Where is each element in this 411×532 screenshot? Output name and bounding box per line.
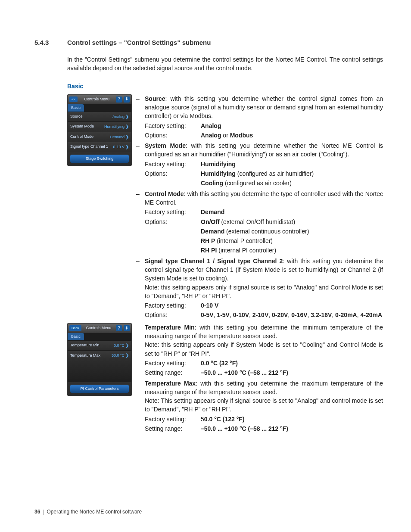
footer-text: Operating the Nortec ME control software (47, 509, 142, 515)
stage-switching-button[interactable]: Stage Switching (70, 155, 129, 163)
screenshot-controls-menu-basic: << Controls Menu ? ⬇ Basic SourceAnalog❯… (67, 94, 132, 166)
basic-subheading: Basic (67, 82, 383, 90)
source-options: Analog or Modbus (201, 131, 383, 140)
row-control-mode[interactable]: Control ModeDemand❯ (68, 132, 131, 142)
item-control-mode: – Control Mode: with this setting you de… (136, 190, 383, 255)
section-heading: 5.4.3Control settings – "Control Setting… (34, 38, 383, 47)
item-temperature-min: – Temperature Min: with this setting you… (136, 323, 383, 377)
pi-control-parameters-button[interactable]: PI Control Parameters (70, 385, 129, 393)
screen-title: Controls Menu (79, 97, 114, 102)
item-source: – Source: with this setting you determin… (136, 94, 383, 140)
tab-basic[interactable]: Basic (68, 333, 84, 340)
row-signal-type[interactable]: Signal type Channel 10-10 V❯ (68, 142, 131, 152)
section-number: 5.4.3 (34, 38, 67, 47)
row-temperature-max[interactable]: Temperature Max50.0 °C❯ (68, 350, 131, 361)
screen-title: Controls Menu (83, 326, 114, 330)
help-icon[interactable]: ? (116, 96, 122, 103)
row-system-mode[interactable]: System ModeHumidifying❯ (68, 121, 131, 132)
chevron-right-icon: ❯ (125, 134, 129, 139)
chevron-right-icon: ❯ (125, 144, 129, 149)
tab-basic[interactable]: Basic (68, 104, 84, 112)
chevron-right-icon: ❯ (125, 124, 129, 129)
intro-paragraph: In the "Control Settings" submenu you de… (67, 55, 383, 73)
chevron-right-icon: ❯ (125, 343, 129, 348)
back-button[interactable]: << (69, 96, 78, 103)
row-temperature-min[interactable]: Temperature Min0.0 °C❯ (68, 340, 131, 351)
help-icon[interactable]: ? (116, 325, 122, 331)
export-icon[interactable]: ⬇ (124, 325, 130, 331)
section-title: Control settings – "Control Settings" su… (67, 39, 211, 46)
chevron-right-icon: ❯ (125, 114, 129, 119)
item-system-mode: – System Mode: with this setting you det… (136, 141, 383, 187)
back-button[interactable]: Back (69, 325, 81, 331)
signal-options: 0-5V, 1-5V, 0-10V, 2-10V, 0-20V, 0-16V, … (201, 311, 383, 319)
item-temperature-max: – Temperature Max: with this setting you… (136, 379, 383, 433)
page-number: 36 (34, 509, 40, 515)
export-icon[interactable]: ⬇ (124, 96, 130, 103)
row-source[interactable]: SourceAnalog❯ (68, 112, 131, 122)
page-footer: 36|Operating the Nortec ME control softw… (34, 508, 142, 516)
chevron-right-icon: ❯ (125, 353, 129, 358)
item-signal-type: – Signal type Channel 1 / Signal type Ch… (136, 257, 383, 320)
screenshot-controls-menu-temperature: Back Controls Menu ? ⬇ Basic Temperature… (67, 323, 132, 396)
